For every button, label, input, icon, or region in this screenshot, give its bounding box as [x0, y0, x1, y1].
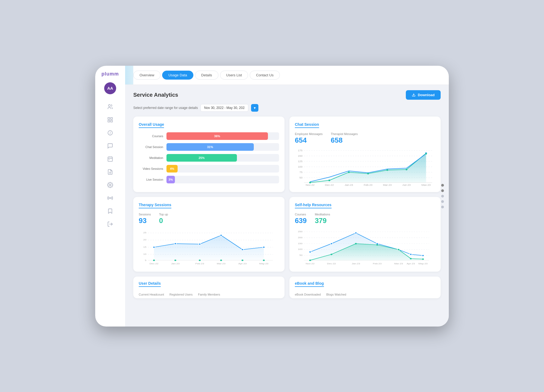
- svg-rect-2: [111, 117, 112, 119]
- main-content: Overview Usage Data Details Users List C…: [125, 66, 449, 327]
- sidebar-icon-badge[interactable]: 2: [105, 128, 115, 138]
- sidebar-icon-logout[interactable]: [105, 219, 115, 229]
- svg-point-36: [406, 169, 407, 170]
- svg-text:May-23: May-23: [418, 262, 428, 265]
- svg-text:Jan-23: Jan-23: [352, 262, 360, 265]
- sidebar-icon-chat[interactable]: [105, 141, 115, 151]
- app-logo: plumm: [101, 71, 119, 77]
- page-title: Service Analytics: [133, 92, 178, 98]
- bar-fill: 31%: [166, 143, 254, 151]
- date-filter-input[interactable]: [200, 104, 248, 112]
- ebook-blog-labels: eBook Downloaded Blogs Watched: [295, 293, 435, 296]
- bar-label: Live Session: [139, 178, 163, 181]
- svg-text:15: 15: [143, 246, 146, 248]
- bar-track: 25%: [166, 154, 279, 162]
- svg-text:2: 2: [109, 131, 111, 134]
- svg-point-93: [330, 253, 332, 255]
- svg-point-34: [367, 173, 369, 174]
- svg-text:Jan-23: Jan-23: [171, 262, 180, 265]
- stat-topup: Top up 0: [159, 213, 168, 225]
- middle-charts-grid: Therapy Sessions Sessions 93 Top up 0: [133, 197, 441, 272]
- svg-text:50: 50: [299, 254, 302, 256]
- content-area: Service Analytics Download Select prefer…: [125, 85, 449, 327]
- chat-stats-row: Employee Messages 654 Therapist Messages…: [295, 132, 435, 145]
- svg-point-92: [309, 259, 311, 261]
- stat-meditations-value: 379: [315, 217, 330, 225]
- bar-track: 36%: [166, 132, 279, 140]
- stat-sessions: Sessions 93: [139, 213, 151, 225]
- scroll-dot-4[interactable]: [441, 200, 444, 203]
- therapy-sessions-card: Therapy Sessions Sessions 93 Top up 0: [133, 197, 285, 272]
- therapy-stats-row: Sessions 93 Top up 0: [139, 213, 279, 225]
- user-details-title: User Details: [139, 281, 161, 287]
- bar-label: Chat Session: [139, 145, 163, 149]
- self-help-stats-row: Courses 639 Meditations 379: [295, 213, 435, 225]
- svg-text:250: 250: [298, 230, 302, 233]
- bar-label: Video Sessions: [139, 167, 163, 170]
- svg-point-91: [422, 255, 424, 256]
- svg-text:Feb-23: Feb-23: [195, 262, 204, 265]
- tab-overview[interactable]: Overview: [133, 71, 160, 80]
- sidebar-icon-calendar[interactable]: [105, 154, 115, 164]
- bar-row: Courses 36%: [139, 132, 279, 140]
- tablet-frame: plumm AA 2: [95, 66, 449, 327]
- ebook-blog-title: eBook and Blog: [295, 281, 324, 287]
- sidebar-icon-users[interactable]: [105, 102, 115, 112]
- stat-courses: Courses 639: [295, 213, 307, 225]
- sidebar-icon-settings[interactable]: [105, 180, 115, 190]
- svg-point-97: [410, 258, 412, 259]
- svg-text:Dec-22: Dec-22: [150, 262, 159, 265]
- stat-topup-value: 0: [159, 217, 168, 225]
- svg-point-85: [309, 251, 311, 253]
- svg-text:Mar-23: Mar-23: [383, 183, 392, 186]
- svg-text:May-23: May-23: [259, 262, 268, 265]
- stat-employee-value: 654: [295, 136, 323, 145]
- scroll-dot-1[interactable]: [441, 184, 444, 187]
- sidebar-icon-bookmark[interactable]: [105, 206, 115, 216]
- svg-point-62: [153, 259, 155, 261]
- stat-employee-messages: Employee Messages 654: [295, 132, 323, 145]
- tab-contact-us[interactable]: Contact Us: [250, 71, 280, 80]
- svg-text:25: 25: [143, 231, 146, 234]
- scroll-dot-2[interactable]: [441, 189, 444, 192]
- tab-details[interactable]: Details: [195, 71, 218, 80]
- sidebar-icon-broadcast[interactable]: [105, 193, 115, 203]
- stat-employee-label: Employee Messages: [295, 132, 323, 136]
- svg-point-14: [109, 184, 111, 186]
- tab-usage-data[interactable]: Usage Data: [162, 71, 193, 80]
- bar-rows-container: Courses 36% Chat Session 31% Meditation …: [139, 132, 279, 183]
- svg-point-64: [199, 259, 201, 261]
- svg-text:Mar-23: Mar-23: [394, 262, 403, 265]
- avatar[interactable]: AA: [104, 82, 116, 94]
- bar-fill: 3%: [166, 176, 175, 183]
- download-label: Download: [418, 93, 435, 97]
- scroll-indicators: [441, 184, 444, 208]
- svg-point-56: [153, 246, 155, 248]
- svg-text:Nov-22: Nov-22: [306, 183, 314, 186]
- sidebar-icon-grid[interactable]: [105, 115, 115, 125]
- svg-text:Apr-23: Apr-23: [402, 183, 410, 186]
- sidebar-icon-document[interactable]: [105, 167, 115, 177]
- bar-label: Courses: [139, 134, 163, 138]
- user-details-label-0: Current Headcount: [139, 293, 164, 296]
- bar-label: Meditation: [139, 156, 163, 159]
- svg-point-63: [174, 259, 176, 261]
- svg-point-15: [110, 197, 111, 199]
- svg-text:50: 50: [299, 176, 302, 179]
- svg-text:Mar-23: Mar-23: [217, 262, 225, 265]
- therapy-sessions-chart: 25 20 15 10 5: [139, 228, 279, 266]
- svg-point-33: [348, 171, 350, 173]
- user-details-labels: Current Headcount Registered Users Famil…: [139, 293, 279, 296]
- scroll-dot-5[interactable]: [441, 206, 444, 208]
- svg-point-38: [425, 153, 427, 155]
- download-button[interactable]: Download: [406, 90, 441, 100]
- svg-point-58: [199, 243, 201, 245]
- tab-users-list[interactable]: Users List: [220, 71, 248, 80]
- date-filter-dropdown-button[interactable]: ▾: [251, 104, 258, 112]
- scroll-dot-3[interactable]: [441, 195, 444, 197]
- stat-topup-label: Top up: [159, 213, 168, 216]
- overall-usage-title: Overall Usage: [139, 122, 164, 128]
- svg-point-32: [328, 180, 330, 181]
- stat-therapist-value: 658: [331, 136, 358, 145]
- svg-point-31: [309, 182, 311, 183]
